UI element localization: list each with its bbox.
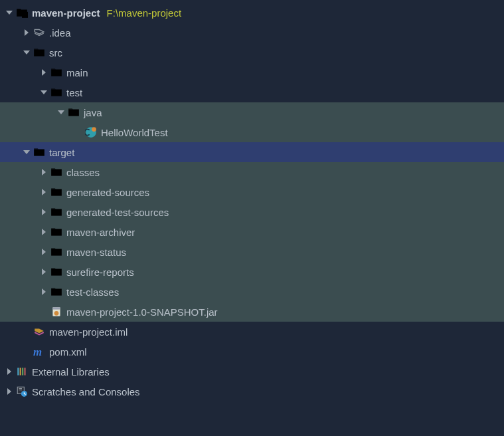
excluded-folder-icon: [50, 166, 62, 178]
item-label: pom.xml: [49, 346, 87, 358]
chevron-down-icon[interactable]: [21, 47, 32, 58]
svg-rect-10: [24, 368, 25, 375]
chevron-right-icon[interactable]: [39, 286, 49, 297]
excluded-folder-icon: [50, 266, 62, 278]
item-label: main: [66, 67, 88, 78]
tree-item-test[interactable]: test: [0, 82, 504, 102]
svg-rect-9: [22, 368, 23, 375]
excluded-folder-icon: [50, 186, 62, 198]
excluded-folder-icon: [50, 206, 62, 218]
item-label: maven-project-1.0-SNAPSHOT.jar: [66, 306, 218, 318]
chevron-right-icon[interactable]: [39, 207, 49, 217]
test-source-folder-icon: [68, 106, 80, 118]
item-label: External Libraries: [32, 366, 110, 378]
item-label: target: [49, 147, 74, 158]
chevron-down-icon[interactable]: [4, 7, 15, 18]
root-path: F:\maven-project: [107, 7, 182, 19]
idea-folder-icon: [33, 27, 45, 39]
tree-item-gen-test-sources[interactable]: generated-test-sources: [0, 202, 504, 222]
jar-icon: [50, 306, 62, 318]
item-label: surefire-reports: [66, 267, 134, 278]
iml-icon: [33, 326, 45, 338]
tree-item-external-libs[interactable]: External Libraries: [0, 362, 504, 382]
chevron-right-icon[interactable]: [39, 187, 49, 197]
item-label: generated-test-sources: [66, 207, 169, 218]
chevron-down-icon[interactable]: [56, 107, 66, 118]
tree-item-gen-sources[interactable]: generated-sources: [0, 182, 504, 202]
tree-item-src[interactable]: src: [0, 43, 504, 62]
chevron-right-icon[interactable]: [39, 67, 49, 78]
svg-rect-7: [17, 368, 19, 375]
scratches-icon: [16, 385, 28, 397]
class-icon: [85, 126, 97, 138]
tree-item-jar[interactable]: maven-project-1.0-SNAPSHOT.jar: [0, 302, 504, 322]
chevron-right-icon[interactable]: [39, 227, 49, 237]
svg-point-2: [92, 127, 96, 132]
tree-item-surefire[interactable]: surefire-reports: [0, 262, 504, 282]
tree-item-root[interactable]: maven-project F:\maven-project: [0, 3, 504, 23]
chevron-right-icon[interactable]: [4, 366, 15, 377]
tree-item-classes[interactable]: classes: [0, 162, 504, 182]
folder-icon: [50, 86, 62, 98]
item-label: test: [66, 87, 82, 98]
excluded-folder-icon: [50, 286, 62, 298]
maven-icon: m: [33, 346, 45, 358]
tree-item-scratches[interactable]: Scratches and Consoles: [0, 382, 504, 401]
excluded-folder-icon: [33, 146, 45, 158]
item-label: Scratches and Consoles: [32, 386, 140, 397]
tree-item-test-classes[interactable]: test-classes: [0, 282, 504, 302]
chevron-right-icon[interactable]: [39, 167, 49, 177]
item-label: java: [84, 107, 102, 118]
excluded-folder-icon: [50, 246, 62, 258]
svg-point-5: [54, 311, 59, 316]
excluded-folder-icon: [50, 226, 62, 238]
chevron-down-icon[interactable]: [21, 147, 32, 158]
project-tree: maven-project F:\maven-project .idea src…: [0, 0, 504, 401]
library-icon: [16, 366, 28, 378]
module-folder-icon: [16, 7, 28, 19]
chevron-right-icon[interactable]: [4, 386, 15, 397]
tree-item-iml[interactable]: maven-project.iml: [0, 322, 504, 342]
item-label: HelloWorldTest: [101, 127, 168, 138]
tree-item-maven-archiver[interactable]: maven-archiver: [0, 222, 504, 242]
item-label: test-classes: [66, 286, 119, 298]
item-label: generated-sources: [66, 187, 149, 198]
svg-rect-8: [20, 368, 21, 375]
item-label: maven-status: [66, 247, 126, 258]
item-label: classes: [66, 167, 100, 178]
item-label: src: [49, 47, 62, 58]
folder-icon: [50, 66, 62, 78]
chevron-right-icon[interactable]: [39, 267, 49, 277]
chevron-down-icon[interactable]: [39, 87, 49, 98]
tree-item-java[interactable]: java: [0, 102, 504, 122]
tree-item-hello-test[interactable]: HelloWorldTest: [0, 122, 504, 142]
item-label: maven-archiver: [66, 227, 135, 238]
root-name: maven-project: [32, 7, 100, 19]
chevron-right-icon[interactable]: [21, 27, 32, 38]
tree-item-pom[interactable]: m pom.xml: [0, 342, 504, 362]
item-label: maven-project.iml: [49, 326, 127, 338]
tree-item-maven-status[interactable]: maven-status: [0, 242, 504, 262]
folder-icon: [33, 47, 45, 58]
tree-item-target[interactable]: target: [0, 142, 504, 162]
svg-text:m: m: [33, 346, 42, 358]
tree-item-main[interactable]: main: [0, 62, 504, 82]
tree-item-idea[interactable]: .idea: [0, 23, 504, 43]
svg-rect-4: [52, 307, 60, 309]
item-label: .idea: [49, 27, 71, 39]
chevron-right-icon[interactable]: [39, 247, 49, 257]
